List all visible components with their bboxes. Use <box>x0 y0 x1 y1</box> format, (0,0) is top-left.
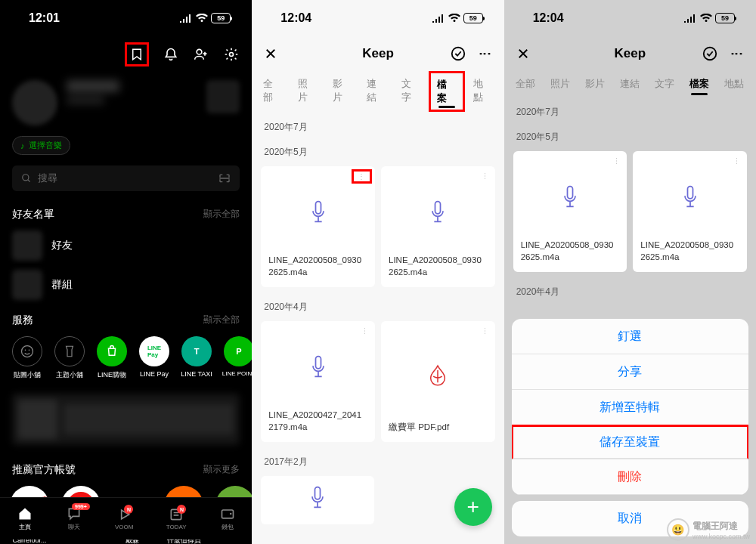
cat-photo[interactable]: 照片 <box>544 71 577 97</box>
file-card[interactable]: ⋯ LINE_A20200508_0930 2625.m4a <box>381 166 495 287</box>
svg-point-1 <box>230 53 234 57</box>
tab-home[interactable]: 主頁 <box>17 506 33 531</box>
search-icon <box>21 173 32 184</box>
badge-count: 999+ <box>72 503 90 510</box>
file-card[interactable]: ⋯ LINE_A20200427_2041 2179.m4a <box>261 321 375 442</box>
close-icon[interactable] <box>262 45 279 62</box>
more-icon[interactable]: ⋮ <box>477 45 494 62</box>
date-header: 2020年7月 <box>504 97 756 122</box>
close-icon[interactable] <box>515 45 531 62</box>
status-time: 12:04 <box>533 11 564 25</box>
cat-all[interactable]: 全部 <box>256 71 290 112</box>
svg-point-2 <box>23 175 29 181</box>
page-title: Keep <box>615 46 646 61</box>
signal-icon <box>432 14 445 23</box>
cat-link[interactable]: 連結 <box>360 71 393 112</box>
cat-file[interactable]: 檔案 <box>429 71 465 112</box>
card-more-icon[interactable]: ⋯ <box>733 157 741 165</box>
cat-text[interactable]: 文字 <box>395 71 428 112</box>
service-shopping[interactable]: LINE購物 <box>91 336 133 380</box>
date-header: 2020年5月 <box>504 122 756 147</box>
battery-icon: 59 <box>715 13 735 23</box>
tab-voom[interactable]: VOOMN <box>115 507 133 530</box>
wifi-icon <box>195 14 209 23</box>
status-time: 12:04 <box>280 11 311 25</box>
file-card[interactable]: ⋯ LINE_A20200508_0930 2625.m4a <box>633 151 747 272</box>
file-card[interactable]: ⋮ LINE_A20200508_0930 2625.m4a <box>261 166 375 287</box>
card-more-icon[interactable]: ⋯ <box>481 172 489 181</box>
sheet-delete[interactable]: 刪除 <box>512 459 748 495</box>
service-pay[interactable]: LINEPayLINE Pay <box>133 336 175 380</box>
tab-chat[interactable]: 聊天999+ <box>66 506 82 531</box>
svg-rect-13 <box>315 487 321 499</box>
cat-place[interactable]: 地點 <box>717 71 751 97</box>
show-all-link[interactable]: 顯示全部 <box>203 314 240 327</box>
keep-bookmark-icon[interactable] <box>125 42 149 66</box>
cat-video[interactable]: 影片 <box>326 71 359 112</box>
service-theme[interactable]: 主題小舖 <box>48 336 91 380</box>
more-icon[interactable]: ⋮ <box>729 45 745 62</box>
card-more-icon[interactable]: ⋮ <box>352 169 372 184</box>
status-time: 12:01 <box>29 11 60 25</box>
date-header: 2020年5月 <box>252 137 503 162</box>
scan-icon[interactable] <box>218 173 231 184</box>
date-header: 2017年2月 <box>252 447 503 471</box>
show-all-link[interactable]: 顯示全部 <box>203 208 240 221</box>
wifi-icon <box>699 14 713 23</box>
cat-file[interactable]: 檔案 <box>683 71 716 97</box>
section-official: 推薦官方帳號 <box>12 463 76 477</box>
settings-icon[interactable] <box>223 46 240 63</box>
service-point[interactable]: PLINE POINT <box>218 336 252 380</box>
music-chip[interactable]: ♪ 選擇音樂 <box>12 136 70 155</box>
file-name: LINE_A20200508_0930 2625.m4a <box>268 254 367 278</box>
groups-row[interactable]: 群組 <box>0 265 252 304</box>
sheet-share[interactable]: 分享 <box>512 354 748 390</box>
notification-icon[interactable] <box>163 46 179 63</box>
sheet-add-collection[interactable]: 新增至特輯 <box>512 390 748 425</box>
show-more-link[interactable]: 顯示更多 <box>203 463 240 477</box>
promo-banner[interactable] <box>12 394 240 445</box>
status-bar: 12:01 59 <box>0 0 252 36</box>
signal-icon <box>179 14 193 23</box>
file-card[interactable]: ⋯ 繳費單 PDF.pdf <box>381 321 495 442</box>
friends-row[interactable]: 好友 <box>0 226 252 265</box>
sheet-save-device[interactable]: 儲存至裝置 <box>512 425 748 460</box>
tab-wallet[interactable]: 錢包 <box>219 506 236 531</box>
action-sheet: 釘選 分享 新增至特輯 儲存至裝置 刪除 取消 <box>504 319 756 544</box>
file-name: LINE_A20200508_0930 2625.m4a <box>640 239 739 263</box>
mic-icon <box>559 184 581 215</box>
date-header: 2020年4月 <box>504 277 756 301</box>
card-more-icon[interactable]: ⋯ <box>612 157 621 165</box>
file-card[interactable] <box>261 476 374 524</box>
svg-point-8 <box>230 513 232 515</box>
cat-all[interactable]: 全部 <box>509 71 542 97</box>
card-more-icon[interactable]: ⋯ <box>481 327 489 335</box>
battery-icon: 59 <box>211 13 231 23</box>
add-friend-icon[interactable] <box>193 46 209 63</box>
service-sticker[interactable]: 貼圖小舖 <box>6 336 48 380</box>
date-header: 2020年7月 <box>252 112 503 137</box>
cat-photo[interactable]: 照片 <box>291 71 324 112</box>
file-name: LINE_A20200508_0930 2625.m4a <box>389 254 488 278</box>
card-more-icon[interactable]: ⋯ <box>361 327 369 335</box>
service-taxi[interactable]: TLINE TAXI <box>175 336 218 380</box>
svg-point-14 <box>704 48 717 60</box>
watermark: 😃 電腦王阿達 www.kocpc.com.tw <box>667 518 750 541</box>
check-circle-icon[interactable] <box>450 45 466 62</box>
file-card[interactable]: ⋯ LINE_A20200508_0930 2625.m4a <box>513 151 627 272</box>
tab-today[interactable]: TODAYN <box>166 507 187 530</box>
check-circle-icon[interactable] <box>702 45 718 62</box>
battery-icon: 59 <box>463 13 483 23</box>
cat-link[interactable]: 連結 <box>613 71 646 97</box>
svg-point-5 <box>29 350 30 351</box>
wifi-icon <box>448 14 461 23</box>
page-title: Keep <box>362 46 394 61</box>
add-fab[interactable]: + <box>454 488 492 526</box>
sheet-pin[interactable]: 釘選 <box>512 319 748 354</box>
profile-thumb <box>206 80 240 113</box>
cat-video[interactable]: 影片 <box>578 71 612 97</box>
profile-row[interactable] <box>0 73 252 133</box>
search-input[interactable]: 搜尋 <box>12 165 240 191</box>
cat-text[interactable]: 文字 <box>648 71 681 97</box>
cat-place[interactable]: 地點 <box>466 71 500 112</box>
